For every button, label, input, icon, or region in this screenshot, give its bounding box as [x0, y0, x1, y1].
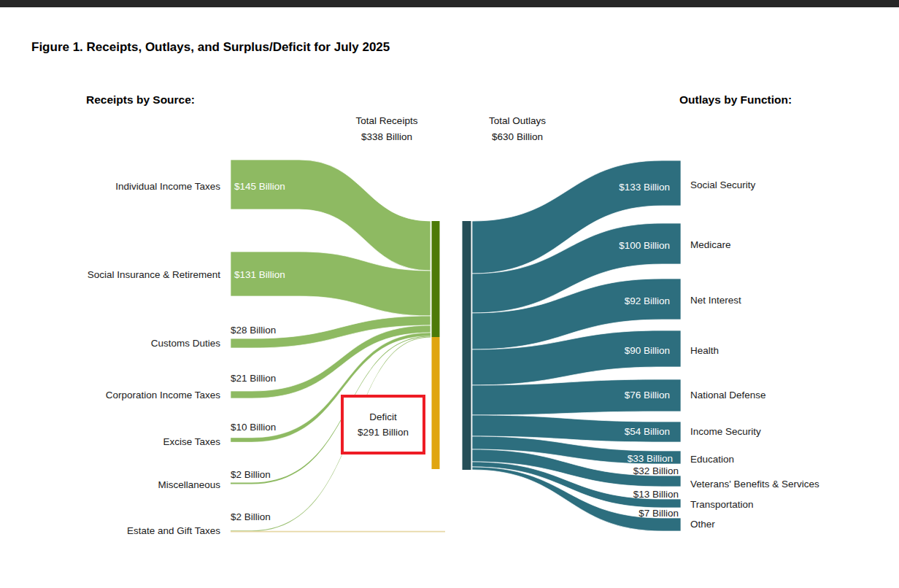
source-value-excise-taxes: $10 Billion: [231, 422, 276, 433]
function-label-other: Other: [690, 519, 715, 530]
function-value-net-interest: $92 Billion: [625, 295, 670, 306]
total-outlays-bar: [463, 221, 471, 470]
source-value-customs-duties: $28 Billion: [231, 325, 276, 336]
source-value-estate-and-gift-taxes: $2 Billion: [231, 511, 271, 522]
function-label-education: Education: [690, 454, 734, 465]
source-label-social-insurance-retirement: Social Insurance & Retirement: [88, 269, 220, 280]
function-value-national-defense: $76 Billion: [625, 390, 670, 401]
function-label-medicare: Medicare: [690, 239, 731, 250]
deficit-bar: [432, 337, 440, 469]
sankey-diagram: [0, 0, 899, 588]
function-label-social-security: Social Security: [690, 179, 755, 190]
figure-page: { "page": { "title": "Figure 1. Receipts…: [0, 0, 899, 588]
deficit-callout-box: Deficit $291 Billion: [341, 395, 425, 454]
deficit-value: $291 Billion: [358, 425, 409, 440]
deficit-label: Deficit: [369, 409, 397, 425]
function-value-health: $90 Billion: [625, 345, 670, 356]
source-value-social-insurance-retirement: $131 Billion: [234, 269, 285, 280]
function-value-veterans-benefits: $32 Billion: [633, 465, 679, 476]
source-value-individual-income-taxes: $145 Billion: [234, 181, 285, 192]
function-value-medicare: $100 Billion: [619, 240, 670, 251]
source-label-estate-and-gift-taxes: Estate and Gift Taxes: [127, 525, 220, 536]
function-label-health: Health: [690, 345, 719, 356]
function-value-education: $33 Billion: [628, 453, 673, 464]
function-value-income-security: $54 Billion: [625, 426, 670, 437]
function-label-veterans-benefits: Veterans' Benefits & Services: [690, 479, 819, 490]
source-label-customs-duties: Customs Duties: [151, 338, 220, 349]
function-value-transportation: $13 Billion: [633, 489, 679, 500]
function-label-transportation: Transportation: [690, 499, 754, 510]
source-label-excise-taxes: Excise Taxes: [163, 436, 220, 447]
source-label-corporation-income-taxes: Corporation Income Taxes: [106, 390, 220, 401]
source-label-miscellaneous: Miscellaneous: [158, 479, 220, 490]
function-label-net-interest: Net Interest: [690, 295, 741, 306]
function-value-other: $7 Billion: [638, 508, 679, 519]
source-value-miscellaneous: $2 Billion: [231, 469, 271, 480]
function-label-national-defense: National Defense: [690, 390, 766, 401]
source-label-individual-income-taxes: Individual Income Taxes: [115, 181, 220, 192]
source-value-corporation-income-taxes: $21 Billion: [231, 373, 276, 384]
function-label-income-security: Income Security: [690, 426, 761, 437]
function-value-social-security: $133 Billion: [619, 182, 670, 193]
total-receipts-bar: [432, 221, 440, 337]
